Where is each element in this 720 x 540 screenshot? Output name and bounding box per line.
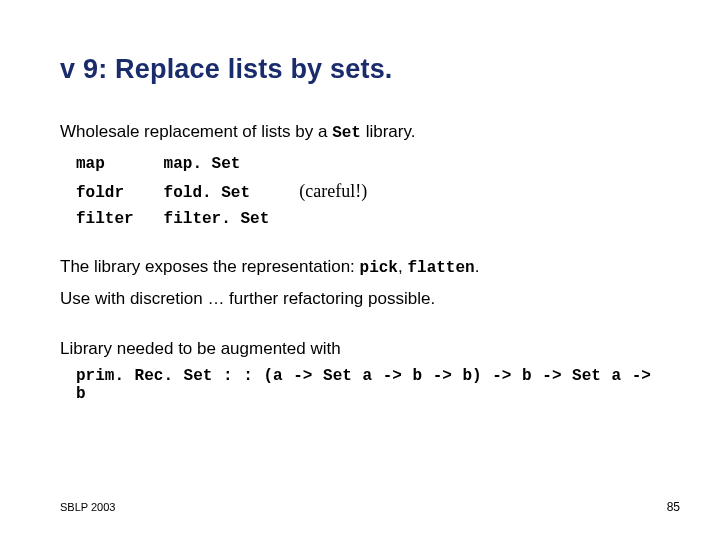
map-to: fold. Set [164,177,300,206]
map-from: filter [76,206,164,232]
lib-prefix: The library exposes the representation: [60,257,360,276]
footer: SBLP 2003 85 [60,500,680,514]
library-exposes: The library exposes the representation: … [60,254,660,280]
table-row: foldr fold. Set (careful!) [76,177,397,206]
code-block: prim. Rec. Set : : (a -> Set a -> b -> b… [60,367,660,403]
map-note [299,206,397,232]
map-note [299,151,397,177]
lib-code-flatten: flatten [407,259,474,277]
table-row: map map. Set [76,151,397,177]
table-row: filter filter. Set [76,206,397,232]
page-number: 85 [667,500,680,514]
mapping-table: map map. Set foldr fold. Set (careful!) … [76,151,397,232]
slide: v 9: Replace lists by sets. Wholesale re… [0,0,720,540]
map-note: (careful!) [299,177,397,206]
discretion-line: Use with discretion … further refactorin… [60,286,660,312]
intro-code: Set [332,124,361,142]
map-from: map [76,151,164,177]
intro-text-prefix: Wholesale replacement of lists by a [60,122,332,141]
map-to: filter. Set [164,206,300,232]
map-from: foldr [76,177,164,206]
intro-text-suffix: library. [361,122,415,141]
footer-left: SBLP 2003 [60,501,115,513]
lib-code-pick: pick [360,259,398,277]
intro-line: Wholesale replacement of lists by a Set … [60,119,660,145]
augment-line: Library needed to be augmented with [60,336,660,362]
map-to: map. Set [164,151,300,177]
lib-comma: , [398,257,407,276]
slide-title: v 9: Replace lists by sets. [60,54,660,85]
lib-period: . [475,257,480,276]
